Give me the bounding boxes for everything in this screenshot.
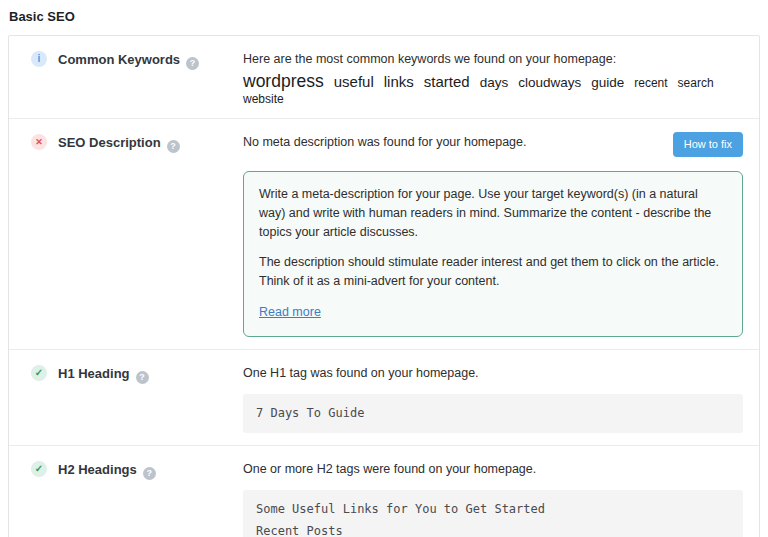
how-to-fix-button[interactable]: How to fix [673, 132, 743, 157]
check-left-h1-heading: ✓ H1 Heading? [31, 363, 243, 384]
row-h2-headings: ✓ H2 Headings? One or more H2 tags were … [9, 446, 759, 537]
advice-paragraph: The description should stimulate reader … [259, 253, 727, 291]
check-message: One H1 tag was found on your homepage. [243, 363, 743, 382]
check-label-text: H1 Heading [58, 366, 130, 381]
keyword: website [243, 92, 284, 106]
check-left-common-keywords: i Common Keywords? [31, 49, 243, 70]
keyword: useful [334, 73, 374, 90]
keyword: cloudways [518, 75, 581, 90]
info-icon: i [31, 51, 47, 67]
help-icon[interactable]: ? [186, 57, 199, 70]
h1-tags-code-box: 7 Days To Guide [243, 394, 743, 434]
help-icon[interactable]: ? [167, 140, 180, 153]
check-result-common-keywords: Here are the most common keywords we fou… [243, 49, 743, 106]
help-icon[interactable]: ? [136, 371, 149, 384]
check-label-text: H2 Headings [58, 462, 137, 477]
code-line: 7 Days To Guide [256, 403, 730, 425]
code-line: Some Useful Links for You to Get Started [256, 499, 730, 521]
message-and-action: No meta description was found for your h… [243, 132, 743, 157]
check-label-text: SEO Description [58, 135, 161, 150]
keyword: recent [634, 76, 667, 90]
check-left-seo-description: ✕ SEO Description? [31, 132, 243, 153]
row-h1-heading: ✓ H1 Heading? One H1 tag was found on yo… [9, 350, 759, 447]
error-icon: ✕ [31, 134, 47, 150]
basic-seo-panel: i Common Keywords? Here are the most com… [8, 35, 760, 537]
keyword: guide [591, 75, 624, 90]
check-result-h2-headings: One or more H2 tags were found on your h… [243, 459, 743, 537]
check-icon: ✓ [31, 461, 47, 477]
check-label-common-keywords: Common Keywords? [58, 50, 199, 70]
check-result-seo-description: No meta description was found for your h… [243, 132, 743, 337]
advice-paragraph: Write a meta-description for your page. … [259, 185, 727, 241]
keyword: links [384, 73, 414, 90]
check-label-h2-headings: H2 Headings? [58, 460, 156, 480]
code-line: Recent Posts [256, 521, 730, 537]
keyword: search [678, 76, 714, 90]
h2-tags-code-box: Some Useful Links for You to Get Started… [243, 490, 743, 537]
check-label-seo-description: SEO Description? [58, 133, 180, 153]
read-more-link[interactable]: Read more [259, 305, 321, 319]
page-title: Basic SEO [0, 0, 768, 26]
check-label-h1-heading: H1 Heading? [58, 364, 149, 384]
row-seo-description: ✕ SEO Description? No meta description w… [9, 119, 759, 350]
help-icon[interactable]: ? [143, 467, 156, 480]
keyword: wordpress [243, 71, 324, 92]
check-message: One or more H2 tags were found on your h… [243, 459, 743, 478]
check-left-h2-headings: ✓ H2 Headings? [31, 459, 243, 480]
check-message: Here are the most common keywords we fou… [243, 49, 743, 68]
row-common-keywords: i Common Keywords? Here are the most com… [9, 36, 759, 119]
keyword: days [480, 75, 509, 90]
check-message: No meta description was found for your h… [243, 132, 527, 151]
keyword: started [424, 73, 470, 90]
check-label-text: Common Keywords [58, 52, 180, 67]
check-icon: ✓ [31, 365, 47, 381]
advice-box: Write a meta-description for your page. … [243, 171, 743, 337]
check-result-h1-heading: One H1 tag was found on your homepage. 7… [243, 363, 743, 434]
keyword-cloud: wordpress useful links started days clou… [243, 71, 743, 106]
